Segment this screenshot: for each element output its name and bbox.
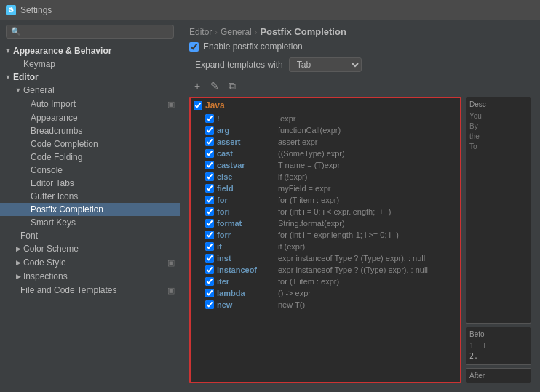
sidebar-item-editor[interactable]: ▼ Editor <box>0 71 180 84</box>
row-checkbox[interactable] <box>205 196 214 204</box>
enable-checkbox-label[interactable]: Enable postfix completion <box>189 41 303 52</box>
edit-button[interactable]: ✎ <box>207 78 223 94</box>
row-checkbox[interactable] <box>205 289 214 297</box>
row-checkbox[interactable] <box>205 277 214 286</box>
expr-text: expr instanceof Type ? ((Type) expr). : … <box>278 265 428 274</box>
sidebar-item-gutter-icons[interactable]: Gutter Icons <box>0 190 180 203</box>
row-checkbox[interactable] <box>205 126 214 135</box>
table-row[interactable]: new new T() <box>191 299 460 311</box>
row-checkbox[interactable] <box>205 265 214 274</box>
expr-text: () -> expr <box>278 289 311 297</box>
sidebar-item-label: Postfix Completion <box>31 204 177 215</box>
expr-text: if (!expr) <box>278 172 307 181</box>
description-title: Desc <box>469 100 528 108</box>
table-row[interactable]: ! !expr <box>191 113 460 124</box>
expr-text: for (int i = expr.length-1; i >= 0; i--) <box>278 231 399 239</box>
row-checkbox[interactable] <box>205 161 214 169</box>
sidebar-item-general[interactable]: ▼ General <box>0 84 180 97</box>
breadcrumb-part-2: General <box>221 27 252 37</box>
breadcrumb-sep-1: › <box>215 28 218 36</box>
arrow-icon: ▼ <box>13 85 23 95</box>
java-group-header: Java <box>191 98 460 113</box>
table-row[interactable]: if if (expr) <box>191 241 460 252</box>
sidebar-item-inspections[interactable]: ▶ Inspections <box>0 270 180 283</box>
table-row[interactable]: instanceof expr instanceof Type ? ((Type… <box>191 264 460 276</box>
table-row[interactable]: fori for (int i = 0; i < expr.length; i+… <box>191 206 460 217</box>
sidebar-item-appearance-behavior[interactable]: ▼ Appearance & Behavior <box>0 44 180 57</box>
sidebar-item-keymap[interactable]: Keymap <box>0 57 180 71</box>
sidebar-item-label: Color Scheme <box>23 244 177 254</box>
after-panel: After <box>466 368 531 383</box>
table-row[interactable]: lambda () -> expr <box>191 287 460 299</box>
sidebar-item-label: Appearance <box>31 113 177 123</box>
row-checkbox[interactable] <box>205 242 214 251</box>
copy-button[interactable]: ⧉ <box>224 78 240 94</box>
content-area: Editor › General › Postfix Completion En… <box>180 20 540 392</box>
table-row[interactable]: iter for (T item : expr) <box>191 276 460 287</box>
expr-text: expr instanceof Type ? (Type) expr). : n… <box>278 254 425 263</box>
arrow-icon <box>23 113 31 123</box>
row-checkbox[interactable] <box>205 149 214 158</box>
arrow-icon <box>23 99 31 109</box>
sidebar-item-color-scheme[interactable]: ▶ Color Scheme <box>0 242 180 255</box>
sidebar-item-label: Inspections <box>23 271 177 281</box>
row-checkbox[interactable] <box>205 219 214 228</box>
row-checkbox[interactable] <box>205 114 214 123</box>
sidebar-item-label: Auto Import <box>31 99 165 109</box>
table-row[interactable]: inst expr instanceof Type ? (Type) expr)… <box>191 252 460 264</box>
java-group-checkbox[interactable] <box>194 101 202 110</box>
key-name: iter <box>217 277 275 286</box>
table-row[interactable]: castvar T name = (T)expr <box>191 159 460 171</box>
table-row[interactable]: else if (!expr) <box>191 171 460 183</box>
description-panel: Desc YouBytheTo <box>466 97 531 324</box>
key-name: instanceof <box>217 265 275 274</box>
sidebar-item-label: Console <box>31 165 177 175</box>
sidebar-item-code-style[interactable]: ▶ Code Style ▣ <box>0 255 180 270</box>
table-row[interactable]: for for (T item : expr) <box>191 194 460 206</box>
expr-text: T name = (T)expr <box>278 161 340 169</box>
table-row[interactable]: arg functionCall(expr) <box>191 124 460 136</box>
sidebar-item-auto-import[interactable]: Auto Import ▣ <box>0 97 180 111</box>
row-checkbox[interactable] <box>205 137 214 146</box>
key-name: lambda <box>217 289 275 297</box>
sidebar-item-smart-keys[interactable]: Smart Keys <box>0 216 180 229</box>
expr-text: for (T item : expr) <box>278 196 339 204</box>
sidebar-item-label: Editor Tabs <box>31 178 177 188</box>
sidebar-item-breadcrumbs[interactable]: Breadcrumbs <box>0 124 180 137</box>
table-row[interactable]: assert assert expr <box>191 136 460 148</box>
expr-text: new T() <box>278 300 305 309</box>
breadcrumb: Editor › General › Postfix Completion <box>180 20 540 41</box>
search-input[interactable] <box>24 28 169 36</box>
search-box[interactable]: 🔍 <box>6 25 174 39</box>
enable-checkbox[interactable] <box>189 42 199 52</box>
add-button[interactable]: + <box>189 78 205 94</box>
expand-option-row: Expand templates with Tab Enter Tab or E… <box>195 57 531 72</box>
key-name: for <box>217 196 275 204</box>
row-checkbox[interactable] <box>205 254 214 263</box>
sidebar-item-appearance[interactable]: Appearance <box>0 111 180 124</box>
row-checkbox[interactable] <box>205 300 214 309</box>
sidebar-item-code-completion[interactable]: Code Completion <box>0 137 180 151</box>
sidebar-item-postfix-completion[interactable]: Postfix Completion <box>0 203 180 216</box>
table-row[interactable]: forr for (int i = expr.length-1; i >= 0;… <box>191 229 460 241</box>
sidebar-item-console[interactable]: Console <box>0 164 180 177</box>
sidebar-item-file-code-templates[interactable]: File and Code Templates ▣ <box>0 283 180 297</box>
arrow-icon <box>23 152 31 162</box>
table-row[interactable]: format String.format(expr) <box>191 217 460 229</box>
row-checkbox[interactable] <box>205 231 214 239</box>
sidebar-item-font[interactable]: Font <box>0 229 180 242</box>
row-checkbox[interactable] <box>205 172 214 181</box>
enable-option-row: Enable postfix completion <box>189 41 531 52</box>
sidebar-item-editor-tabs[interactable]: Editor Tabs <box>0 177 180 190</box>
sidebar-item-label: Editor <box>13 72 177 82</box>
expr-text: functionCall(expr) <box>278 126 341 135</box>
expand-dropdown[interactable]: Tab Enter Tab or Enter <box>289 57 362 72</box>
table-row[interactable]: cast ((SomeType) expr) <box>191 148 460 159</box>
row-checkbox[interactable] <box>205 207 214 216</box>
row-checkbox[interactable] <box>205 184 214 193</box>
table-row[interactable]: field myField = expr <box>191 183 460 194</box>
arrow-icon: ▼ <box>3 72 13 82</box>
sidebar-item-code-folding[interactable]: Code Folding <box>0 151 180 164</box>
key-name: field <box>217 184 275 193</box>
before-title: Befo <box>469 330 528 338</box>
